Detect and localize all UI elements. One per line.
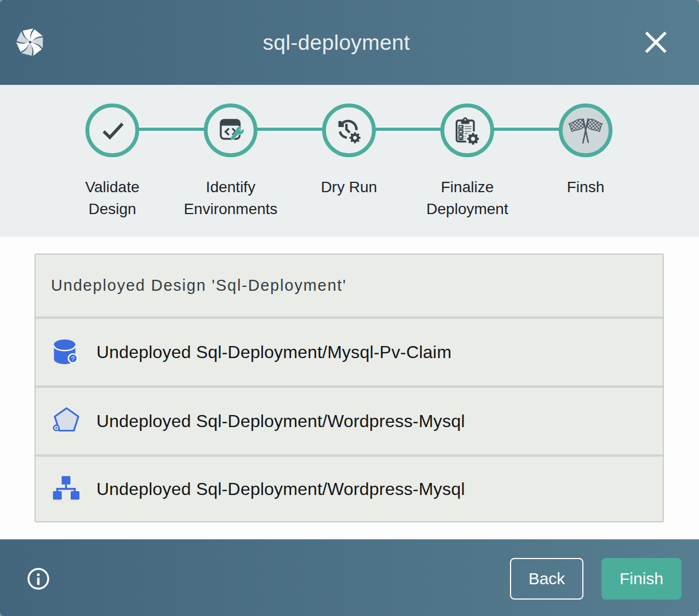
svg-text:?: ? <box>71 355 75 362</box>
